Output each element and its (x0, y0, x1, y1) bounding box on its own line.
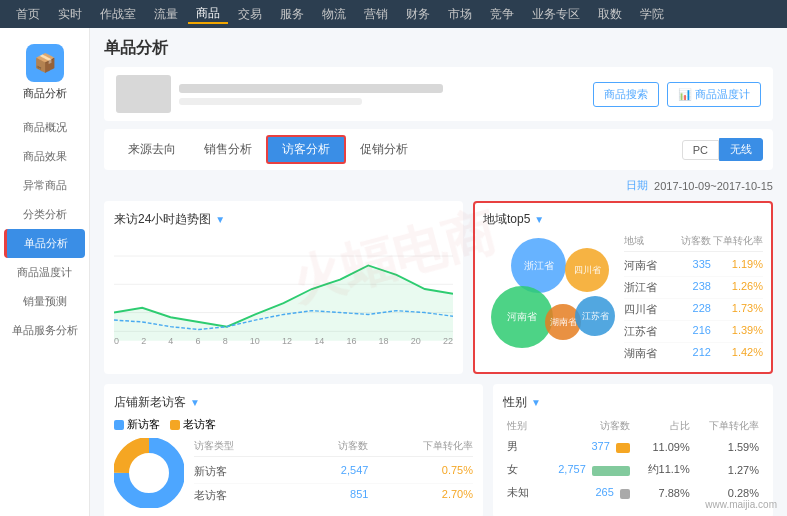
geo-row-1: 浙江省 238 1.26% (624, 277, 763, 299)
legend-old: 老访客 (170, 417, 216, 432)
visitor-row-new: 新访客 2,547 0.75% (194, 460, 473, 484)
line-chart-filter-icon[interactable]: ▼ (215, 214, 225, 225)
sidebar-item-single[interactable]: 单品分析 (4, 229, 85, 258)
footer-brand: www.maijia.com (705, 499, 777, 510)
product-bar: 商品搜索 📊 商品温度计 (104, 67, 773, 121)
product-temp-button[interactable]: 📊 商品温度计 (667, 82, 761, 107)
product-info (179, 84, 585, 105)
geo-top5-panel: 地域top5 ▼ 浙江省 四川省 河南省 湖南省 江苏省 地 (473, 201, 773, 374)
nav-school[interactable]: 学院 (632, 6, 672, 23)
sidebar-logo: 📦 商品分析 (0, 36, 89, 113)
gender-table: 性别 访客数 占比 下单转化率 男 377 11.09% (503, 417, 763, 504)
nav-finance[interactable]: 财务 (398, 6, 438, 23)
gender-title: 性别 ▼ (503, 394, 763, 411)
tab-promo[interactable]: 促销分析 (346, 137, 422, 162)
nav-marketing[interactable]: 营销 (356, 6, 396, 23)
date-label[interactable]: 日期 (626, 178, 648, 193)
sidebar-item-service[interactable]: 单品服务分析 (0, 316, 89, 345)
nav-war-room[interactable]: 作战室 (92, 6, 144, 23)
geo-table-header: 地域 访客数 下单转化率 (624, 234, 763, 252)
visitor-card-title: 店铺新老访客 ▼ (114, 394, 473, 411)
visitor-legend: 新访客 老访客 (114, 417, 473, 432)
bubble-chart: 浙江省 四川省 河南省 湖南省 江苏省 (483, 234, 618, 364)
bubble-henan: 河南省 (491, 286, 553, 348)
svg-point-6 (130, 454, 168, 492)
charts-row: 来访24小时趋势图 ▼ (104, 201, 773, 374)
line-chart-area: 0246810121416182022 (114, 234, 453, 354)
sidebar-item-temp[interactable]: 商品温度计 (0, 258, 89, 287)
sidebar-logo-label: 商品分析 (0, 86, 89, 101)
sidebar-item-product-result[interactable]: 商品效果 (0, 142, 89, 171)
bubble-sichuan: 四川省 (565, 248, 609, 292)
tab-sales[interactable]: 销售分析 (190, 137, 266, 162)
tab-source[interactable]: 来源去向 (114, 137, 190, 162)
pie-chart (114, 438, 184, 508)
sidebar-logo-icon: 📦 (26, 44, 64, 82)
bottom-row: 店铺新老访客 ▼ 新访客 老访客 (104, 384, 773, 516)
nav-realtime[interactable]: 实时 (50, 6, 90, 23)
nav-flow[interactable]: 流量 (146, 6, 186, 23)
sidebar-item-product-overview[interactable]: 商品概况 (0, 113, 89, 142)
product-sub-bar (179, 98, 362, 105)
nav-product[interactable]: 商品 (188, 5, 228, 24)
content-area: 单品分析 商品搜索 📊 商品温度计 来源去向 销售分析 访客分析 促销分析 PC… (90, 28, 787, 516)
nav-fetch[interactable]: 取数 (590, 6, 630, 23)
gender-row-female: 女 2,757 约11.1% 1.27% (503, 458, 763, 481)
legend-new: 新访客 (114, 417, 160, 432)
gender-row-male: 男 377 11.09% 1.59% (503, 435, 763, 458)
geo-content: 浙江省 四川省 河南省 湖南省 江苏省 地域 访客数 下单转化率 (483, 234, 763, 364)
geo-th-name: 地域 (624, 234, 676, 248)
main-layout: 📦 商品分析 商品概况 商品效果 异常商品 分类分析 单品分析 商品温度计 销量… (0, 28, 787, 516)
visitor-filter-icon[interactable]: ▼ (190, 397, 200, 408)
line-chart-card: 来访24小时趋势图 ▼ (104, 201, 463, 374)
nav-trade[interactable]: 交易 (230, 6, 270, 23)
tab-bar: 来源去向 销售分析 访客分析 促销分析 PC 无线 (104, 129, 773, 170)
geo-row-2: 四川省 228 1.73% (624, 299, 763, 321)
sidebar-item-sales-predict[interactable]: 销量预测 (0, 287, 89, 316)
product-thumbnail (116, 75, 171, 113)
nav-service[interactable]: 服务 (272, 6, 312, 23)
nav-logistics[interactable]: 物流 (314, 6, 354, 23)
platform-mobile-btn[interactable]: 无线 (719, 138, 763, 161)
page-title: 单品分析 (104, 38, 773, 59)
visitor-content: 访客类型 访客数 下单转化率 新访客 2,547 0.75% 老访客 851 (114, 438, 473, 508)
geo-th-visitors: 访客数 (676, 234, 711, 248)
nav-market[interactable]: 市场 (440, 6, 480, 23)
nav-biz[interactable]: 业务专区 (524, 6, 588, 23)
product-title-bar (179, 84, 443, 93)
geo-row-4: 湖南省 212 1.42% (624, 343, 763, 364)
nav-compete[interactable]: 竞争 (482, 6, 522, 23)
geo-filter-icon[interactable]: ▼ (534, 214, 544, 225)
gender-th-name: 性别 (503, 417, 539, 435)
geo-row-3: 江苏省 216 1.39% (624, 321, 763, 343)
visitor-table-header: 访客类型 访客数 下单转化率 (194, 439, 473, 457)
sidebar-item-abnormal[interactable]: 异常商品 (0, 171, 89, 200)
bubble-zhejiang: 浙江省 (511, 238, 566, 293)
platform-pc-btn[interactable]: PC (682, 140, 719, 160)
top-nav: 首页 实时 作战室 流量 商品 交易 服务 物流 营销 财务 市场 竞争 业务专… (0, 0, 787, 28)
geo-row-0: 河南省 335 1.19% (624, 255, 763, 277)
sidebar-item-category[interactable]: 分类分析 (0, 200, 89, 229)
date-value: 2017-10-09~2017-10-15 (654, 180, 773, 192)
product-search-button[interactable]: 商品搜索 (593, 82, 659, 107)
visitor-table: 访客类型 访客数 下单转化率 新访客 2,547 0.75% 老访客 851 (194, 439, 473, 507)
nav-home[interactable]: 首页 (8, 6, 48, 23)
visitor-card: 店铺新老访客 ▼ 新访客 老访客 (104, 384, 483, 516)
sidebar: 📦 商品分析 商品概况 商品效果 异常商品 分类分析 单品分析 商品温度计 销量… (0, 28, 90, 516)
gender-filter-icon[interactable]: ▼ (531, 397, 541, 408)
bubble-jiangsu: 江苏省 (575, 296, 615, 336)
visitor-row-old: 老访客 851 2.70% (194, 484, 473, 507)
line-chart-title: 来访24小时趋势图 ▼ (114, 211, 453, 228)
gender-th-rate: 下单转化率 (694, 417, 763, 435)
geo-top5-title: 地域top5 ▼ (483, 211, 763, 228)
gender-th-count: 访客数 (539, 417, 634, 435)
gender-th-share: 占比 (634, 417, 694, 435)
date-row: 日期 2017-10-09~2017-10-15 (104, 178, 773, 193)
geo-th-rate: 下单转化率 (711, 234, 763, 248)
geo-table: 地域 访客数 下单转化率 河南省 335 1.19% 浙江省 238 1 (624, 234, 763, 364)
tab-visitor[interactable]: 访客分析 (266, 135, 346, 164)
gender-card: 性别 ▼ 性别 访客数 占比 下单转化率 男 (493, 384, 773, 516)
